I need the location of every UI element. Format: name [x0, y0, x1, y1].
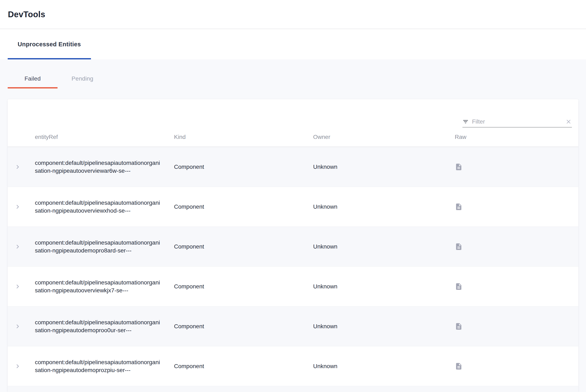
tab-pending-label: Pending — [72, 75, 94, 82]
document-icon — [455, 202, 463, 211]
entityref-cell: component:default/pipelinesapiautomation… — [28, 318, 174, 334]
kind-cell: Component — [174, 363, 313, 370]
chevron-right-icon — [14, 362, 22, 370]
chevron-right-icon — [14, 282, 22, 290]
chevron-right-icon — [14, 163, 22, 171]
table-row: component:default/pipelinesapiautomation… — [8, 187, 578, 227]
column-header-raw: Raw — [455, 134, 578, 140]
kind-cell: Component — [174, 323, 313, 330]
owner-cell: Unknown — [313, 363, 455, 370]
active-sub-tab-indicator — [8, 87, 58, 88]
content-section: Failed Pending en — [0, 60, 586, 392]
expand-row-button[interactable] — [14, 203, 22, 211]
entityref-cell: component:default/pipelinesapiautomation… — [28, 199, 174, 215]
page-title: DevTools — [8, 10, 45, 19]
owner-cell: Unknown — [313, 204, 455, 210]
raw-entity-button[interactable] — [455, 202, 463, 211]
raw-entity-button[interactable] — [455, 162, 463, 172]
raw-entity-button[interactable] — [455, 322, 463, 331]
chevron-right-icon — [14, 322, 22, 330]
primary-tab-bar: Unprocessed Entities — [0, 29, 586, 60]
table-row: component:default/pipelinesapiautomation… — [8, 147, 578, 187]
tab-unprocessed-entities[interactable]: Unprocessed Entities — [8, 29, 91, 60]
table-header-row: entityRef Kind Owner Raw — [8, 128, 578, 147]
kind-cell: Component — [174, 243, 313, 250]
document-icon — [455, 242, 463, 251]
document-icon — [455, 322, 463, 331]
table-row: component:default/pipelinesapiautomation… — [8, 227, 578, 266]
active-tab-indicator — [8, 58, 91, 60]
kind-cell: Component — [174, 283, 313, 290]
expand-row-button[interactable] — [14, 282, 22, 290]
raw-entity-button[interactable] — [455, 362, 463, 371]
owner-cell: Unknown — [313, 243, 455, 250]
table-row: component:default/pipelinesapiautomation… — [8, 266, 578, 306]
column-header-entityref: entityRef — [28, 134, 174, 140]
filter-list-icon — [462, 118, 469, 125]
app-header: DevTools — [0, 0, 586, 29]
entityref-cell: component:default/pipelinesapiautomation… — [28, 279, 174, 294]
table-row: component:default/pipelinesapiautomation… — [8, 306, 578, 346]
kind-cell: Component — [174, 164, 313, 170]
document-icon — [455, 362, 463, 371]
owner-cell: Unknown — [313, 164, 455, 170]
entities-table-card: entityRef Kind Owner Raw component:defau… — [8, 99, 578, 392]
expand-row-button[interactable] — [14, 322, 22, 330]
entityref-cell: component:default/pipelinesapiautomation… — [28, 159, 174, 175]
column-header-owner: Owner — [313, 134, 455, 140]
document-icon — [455, 282, 463, 291]
tab-unprocessed-entities-label: Unprocessed Entities — [18, 41, 81, 48]
entityref-cell: component:default/pipelinesapiautomation… — [28, 239, 174, 254]
kind-cell: Component — [174, 204, 313, 210]
table-toolbar — [8, 99, 578, 128]
chevron-right-icon — [14, 203, 22, 211]
expand-row-button[interactable] — [14, 362, 22, 370]
expand-row-button[interactable] — [14, 163, 22, 171]
expand-row-button[interactable] — [14, 243, 22, 250]
owner-cell: Unknown — [313, 283, 455, 290]
owner-cell: Unknown — [313, 323, 455, 330]
table-row: component:default/pipelinesapiautomation… — [8, 346, 578, 386]
filter-input[interactable] — [472, 118, 562, 125]
column-header-kind: Kind — [174, 134, 313, 140]
raw-entity-button[interactable] — [455, 282, 463, 291]
close-icon — [565, 118, 572, 125]
raw-entity-button[interactable] — [455, 242, 463, 251]
entityref-cell: component:default/pipelinesapiautomation… — [28, 358, 174, 374]
filter-field — [462, 118, 572, 128]
tab-failed-label: Failed — [24, 75, 41, 82]
chevron-right-icon — [14, 243, 22, 250]
tab-failed[interactable]: Failed — [8, 69, 58, 88]
clear-filter-button[interactable] — [565, 118, 572, 125]
document-icon — [455, 162, 463, 172]
tab-pending[interactable]: Pending — [58, 69, 107, 88]
table-row-partial — [8, 386, 578, 392]
sub-tab-bar: Failed Pending — [8, 69, 586, 88]
